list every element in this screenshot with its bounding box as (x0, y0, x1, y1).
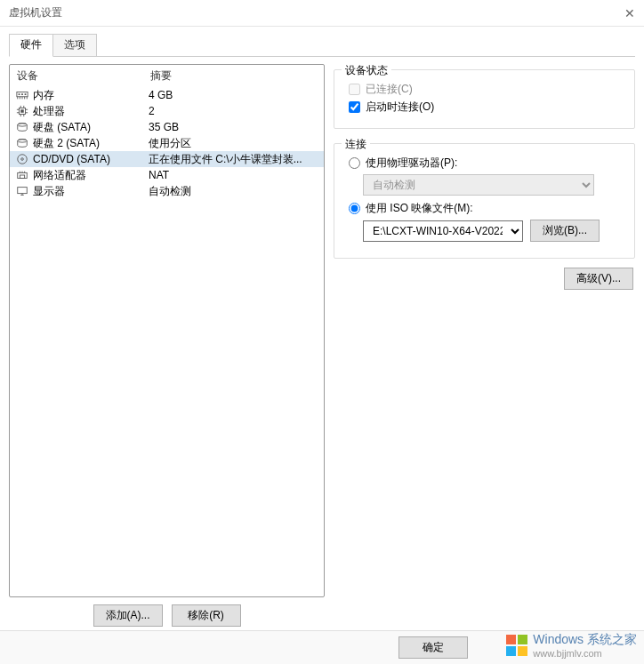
window-title: 虚拟机设置 (9, 5, 62, 20)
use-physical-radio[interactable] (349, 157, 360, 169)
svg-rect-3 (25, 93, 27, 95)
list-body: 内存4 GB处理器2硬盘 (SATA)35 GB硬盘 2 (SATA)使用分区C… (10, 87, 324, 199)
connect-on-label: 启动时连接(O) (366, 100, 434, 115)
header-summary: 摘要 (150, 68, 317, 84)
connect-on-checkbox[interactable] (349, 101, 360, 113)
iso-combo-wrap: E:\LCXT-WIN10-X64-V2022. 浏览(B)... (363, 220, 625, 242)
device-summary: 自动检测 (149, 184, 318, 199)
list-row[interactable]: 内存4 GB (10, 87, 324, 103)
right-panel: 设备状态 已连接(C) 启动时连接(O) 连接 使用物理驱动器(P): 自动检测 (334, 64, 635, 627)
header-device: 设备 (17, 68, 150, 84)
device-summary: 正在使用文件 C:\小牛课堂封装... (149, 152, 318, 167)
disk-icon (15, 136, 29, 150)
device-summary: 35 GB (149, 121, 318, 133)
left-panel: 设备 摘要 内存4 GB处理器2硬盘 (SATA)35 GB硬盘 2 (SATA… (9, 64, 325, 627)
svg-point-21 (18, 155, 28, 164)
advanced-button[interactable]: 高级(V)... (564, 268, 633, 290)
svg-rect-24 (20, 175, 24, 179)
list-row[interactable]: 显示器自动检测 (10, 183, 324, 199)
connected-checkbox-row[interactable]: 已连接(C) (349, 82, 625, 97)
list-row[interactable]: 处理器2 (10, 103, 324, 119)
ok-button[interactable]: 确定 (398, 636, 468, 659)
device-status-group: 设备状态 已连接(C) 启动时连接(O) (334, 69, 635, 129)
list-row[interactable]: CD/DVD (SATA)正在使用文件 C:\小牛课堂封装... (10, 151, 324, 167)
list-row[interactable]: 硬盘 2 (SATA)使用分区 (10, 135, 324, 151)
advanced-row: 高级(V)... (334, 268, 635, 290)
device-summary: 使用分区 (149, 136, 318, 151)
use-iso-label: 使用 ISO 映像文件(M): (366, 201, 473, 216)
device-name: 显示器 (33, 184, 149, 199)
cd-icon (15, 152, 29, 166)
net-icon (15, 168, 29, 182)
connection-group: 连接 使用物理驱动器(P): 自动检测 使用 ISO 映像文件(M): E:\L… (334, 143, 635, 259)
cpu-icon (15, 104, 29, 118)
device-name: 硬盘 2 (SATA) (33, 136, 149, 151)
connected-checkbox[interactable] (349, 84, 360, 95)
device-summary: 4 GB (149, 89, 318, 101)
device-summary: 2 (149, 105, 318, 117)
physical-combo-wrap: 自动检测 (363, 174, 625, 196)
browse-button[interactable]: 浏览(B)... (530, 220, 600, 242)
svg-rect-28 (18, 188, 28, 194)
device-name: 处理器 (33, 104, 149, 119)
titlebar: 虚拟机设置 ✕ (0, 0, 644, 27)
memory-icon (15, 88, 29, 102)
list-header: 设备 摘要 (10, 65, 324, 87)
device-summary: NAT (149, 169, 318, 181)
device-name: 内存 (33, 88, 149, 103)
device-name: 硬盘 (SATA) (33, 120, 149, 135)
svg-point-22 (21, 158, 24, 161)
disk-icon (15, 120, 29, 134)
connect-on-checkbox-row[interactable]: 启动时连接(O) (349, 100, 625, 115)
list-row[interactable]: 网络适配器NAT (10, 167, 324, 183)
svg-point-20 (18, 140, 28, 143)
use-physical-radio-row[interactable]: 使用物理驱动器(P): (349, 156, 625, 171)
svg-point-19 (18, 124, 28, 127)
connected-label: 已连接(C) (366, 82, 413, 97)
device-list: 设备 摘要 内存4 GB处理器2硬盘 (SATA)35 GB硬盘 2 (SATA… (9, 64, 325, 597)
tab-options[interactable]: 选项 (52, 34, 97, 56)
remove-button[interactable]: 移除(R) (172, 604, 241, 627)
use-iso-radio[interactable] (349, 203, 360, 214)
physical-drive-select[interactable]: 自动检测 (363, 174, 594, 196)
svg-rect-1 (19, 93, 20, 95)
svg-rect-10 (20, 109, 24, 113)
connection-title: 连接 (342, 137, 370, 152)
use-iso-radio-row[interactable]: 使用 ISO 映像文件(M): (349, 201, 625, 216)
svg-rect-2 (21, 93, 23, 95)
close-icon[interactable]: ✕ (624, 6, 635, 20)
display-icon (15, 184, 29, 198)
list-row[interactable]: 硬盘 (SATA)35 GB (10, 119, 324, 135)
content-area: 设备 摘要 内存4 GB处理器2硬盘 (SATA)35 GB硬盘 2 (SATA… (0, 57, 644, 636)
device-name: CD/DVD (SATA) (33, 153, 149, 165)
tabs-container: 硬件 选项 (0, 27, 644, 57)
add-button[interactable]: 添加(A)... (93, 604, 163, 627)
tab-hardware[interactable]: 硬件 (9, 34, 53, 57)
left-buttons: 添加(A)... 移除(R) (9, 604, 325, 627)
footer: 确定 (0, 630, 644, 664)
device-status-title: 设备状态 (342, 63, 391, 78)
tab-bar: 硬件 选项 (9, 34, 635, 57)
iso-path-select[interactable]: E:\LCXT-WIN10-X64-V2022. (363, 220, 523, 242)
device-name: 网络适配器 (33, 168, 149, 183)
use-physical-label: 使用物理驱动器(P): (366, 156, 457, 171)
